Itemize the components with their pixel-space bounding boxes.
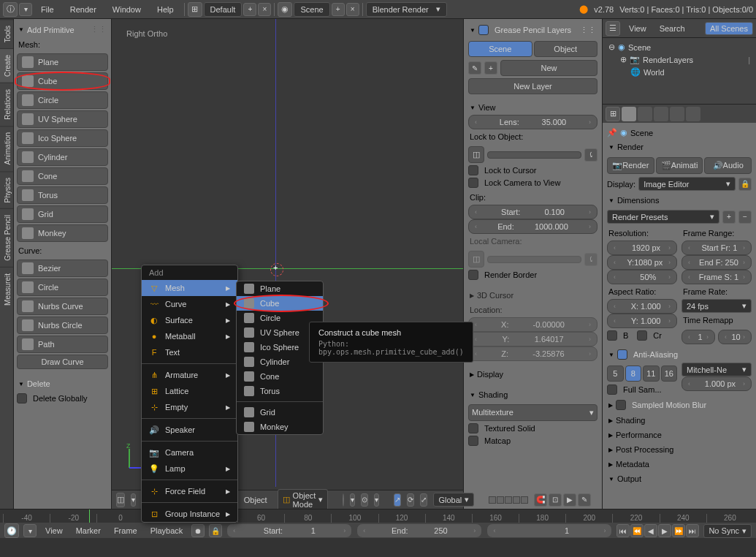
ctx-surface[interactable]: ◐Surface▶ (142, 312, 237, 328)
res-y-field[interactable]: Y:1080 px (607, 255, 677, 270)
gp-brush-icon[interactable]: ✎ (468, 61, 481, 75)
sub-cone[interactable]: Cone (237, 369, 323, 384)
pivot-icon[interactable]: ⊙ (361, 493, 368, 507)
aa-size-field[interactable]: 1.000 px (681, 376, 752, 391)
props-tab-render[interactable] (622, 107, 636, 121)
lock-obj-cube-icon[interactable]: ◫ (468, 146, 484, 163)
keying-set-icon[interactable]: 🔒 (209, 524, 222, 537)
render-preview-icon[interactable]: ▶ (563, 493, 576, 507)
render-section[interactable]: Render (607, 140, 752, 154)
display-dropdown[interactable]: Image Editor▾ (638, 177, 736, 191)
render-engine-dropdown[interactable]: Blender Render▾ (366, 2, 447, 17)
loc-z-field[interactable]: Z:-3.25876 (468, 346, 597, 361)
props-tab-object[interactable] (686, 107, 700, 121)
pivot-arrow[interactable]: ▾ (374, 493, 379, 507)
layers-widget[interactable] (489, 496, 528, 504)
aa-filter-dropdown[interactable]: Mitchell-Ne▾ (681, 363, 752, 376)
tool-cone[interactable]: Cone (17, 167, 108, 185)
scene-icon[interactable]: ◉ (278, 2, 292, 17)
sub-cube[interactable]: Cube (237, 296, 323, 311)
lock-cam-row[interactable]: Lock Camera to View (468, 178, 597, 188)
manip-scale-icon[interactable]: ⤢ (420, 493, 427, 507)
aa-8[interactable]: 8 (625, 365, 642, 382)
jump-start-icon[interactable]: ⏮ (616, 524, 630, 537)
textured-solid-row[interactable]: Textured Solid (468, 423, 597, 433)
ctx-camera[interactable]: 📷Camera (142, 444, 237, 461)
tl-frame[interactable]: Frame (110, 525, 142, 537)
ctx-lamp[interactable]: 💡Lamp▶ (142, 461, 237, 477)
loc-y-field[interactable]: Y:1.64017 (468, 332, 597, 346)
delete-globally-check[interactable] (17, 393, 27, 403)
outliner-world-row[interactable]: 🌐World (606, 66, 753, 78)
aspect-x-field[interactable]: X: 1.000 (607, 299, 677, 314)
lock-obj-field[interactable] (487, 151, 581, 159)
manip-rotate-icon[interactable]: ⟳ (407, 493, 414, 507)
layout-icon[interactable]: ⊞ (188, 2, 202, 17)
tool-nurbs-circle[interactable]: Nurbs Circle (17, 317, 108, 334)
timeline-editor-icon[interactable]: 🕐 (4, 523, 19, 538)
gp-add-icon[interactable]: + (484, 61, 497, 75)
vf-object[interactable]: Object (240, 494, 272, 506)
delete-globally-row[interactable]: Delete Globally (17, 393, 108, 403)
sub-grid[interactable]: Grid (237, 405, 323, 420)
loc-x-field[interactable]: X:-0.00000 (468, 317, 597, 332)
info-editor-icon[interactable]: ⓘ (3, 2, 18, 17)
outliner[interactable]: ⊖◉Scene ⊕📷RenderLayers| 🌐World (603, 38, 756, 104)
tl-end-field[interactable]: End:250 (356, 523, 482, 538)
preset-add[interactable]: + (722, 211, 736, 224)
prev-key-icon[interactable]: ⏪ (630, 524, 644, 537)
start-fr-field[interactable]: Start Fr: 1 (681, 240, 752, 255)
timeline-playhead[interactable] (89, 509, 90, 523)
matcap-row[interactable]: Matcap (468, 436, 597, 446)
tool-path[interactable]: Path (17, 336, 108, 353)
view3d-icon[interactable]: ◫ (116, 493, 125, 507)
props-tab-layers[interactable] (638, 107, 652, 121)
menu-window[interactable]: Window (105, 2, 148, 17)
editor-arrow[interactable]: ▾ (131, 493, 136, 507)
tool-cylinder[interactable]: Cylinder (17, 148, 108, 166)
outliner-editor-icon[interactable]: ☰ (606, 21, 620, 36)
scene-add[interactable]: + (332, 3, 345, 16)
ctx-text[interactable]: FText (142, 344, 237, 360)
btn-audio[interactable]: 🔊Audio (704, 157, 752, 174)
vtab-relations[interactable]: Relations (0, 83, 13, 126)
output-section[interactable]: Output (607, 471, 752, 486)
menu-file[interactable]: File (34, 2, 61, 17)
dimensions-section[interactable]: Dimensions (607, 193, 752, 208)
tl-view[interactable]: View (41, 525, 67, 537)
menu-render[interactable]: Render (63, 2, 104, 17)
outliner-scene-row[interactable]: ⊖◉Scene (606, 41, 753, 53)
jump-end-icon[interactable]: ⏭ (686, 524, 699, 537)
tool-monkey[interactable]: Monkey (17, 224, 108, 242)
clip-start-field[interactable]: Start:0.100 (468, 205, 597, 219)
tool-draw-curve[interactable]: Draw Curve (17, 355, 108, 369)
tr-old-field[interactable]: 1 (681, 330, 715, 344)
display-header[interactable]: Display (468, 367, 597, 382)
tool-grid[interactable]: Grid (17, 205, 108, 223)
tool-plane[interactable]: Plane (17, 53, 108, 71)
scene-dropdown[interactable]: Scene (294, 2, 329, 17)
menu-help[interactable]: Help (150, 2, 181, 17)
full-sample-check[interactable] (607, 384, 617, 395)
ctx-curve[interactable]: 〰Curve▶ (142, 296, 237, 312)
pin-icon[interactable]: 📌 (607, 128, 617, 137)
metadata-section[interactable]: Metadata (607, 457, 752, 471)
res-pct-field[interactable]: 50% (607, 270, 677, 284)
lens-field[interactable]: Lens:35.000 (468, 115, 597, 129)
shading-sphere[interactable] (343, 493, 344, 507)
ctx-lattice[interactable]: ⊞Lattice (142, 383, 237, 399)
layout-add[interactable]: + (243, 3, 256, 16)
tool-uvsphere[interactable]: UV Sphere (17, 110, 108, 128)
border-check[interactable] (607, 330, 617, 341)
shading-arrow[interactable]: ▾ (350, 493, 355, 507)
vtab-animation[interactable]: Animation (0, 126, 13, 170)
delete-header[interactable]: Delete (17, 376, 108, 391)
gp-scene-tab[interactable]: Scene (468, 41, 532, 57)
cursor3d-header[interactable]: 3D Cursor (468, 288, 597, 303)
vtab-physics[interactable]: Physics (0, 171, 13, 208)
sub-monkey[interactable]: Monkey (237, 420, 323, 434)
render-presets-dropdown[interactable]: Render Presets▾ (607, 210, 719, 224)
shading-header[interactable]: Shading (468, 387, 597, 402)
outliner-renderlayers-row[interactable]: ⊕📷RenderLayers| (606, 53, 753, 66)
outliner-view[interactable]: View (625, 23, 651, 34)
